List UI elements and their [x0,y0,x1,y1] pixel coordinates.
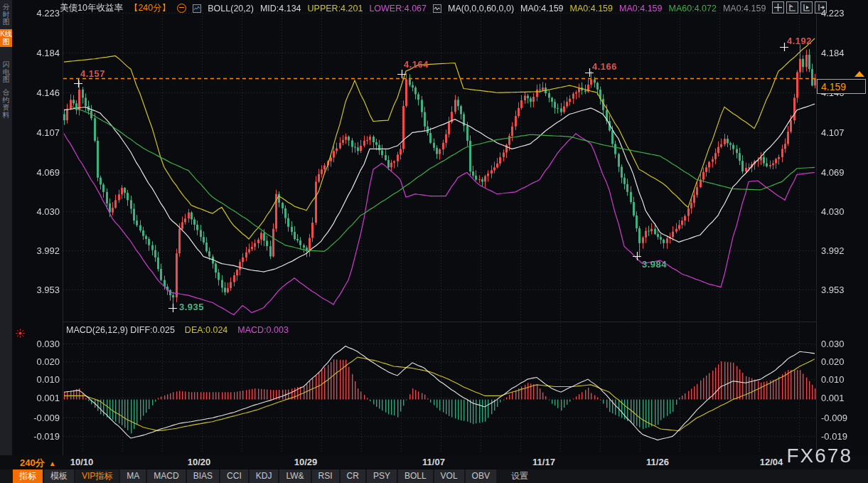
sidebar: 分时图K线图闪电图合约资料 [0,0,12,455]
period-label: 【240分】 [129,2,171,14]
price-extreme-label: 3.984 [642,259,667,270]
boll-indicator-icon[interactable] [193,4,201,13]
main-axis-right-label: 4.030 [821,206,845,217]
macd-dea-value: DEA:0.024 [185,325,227,335]
boll-name: BOLL(20,2) [208,4,254,14]
macd-axis-left-label: 0.030 [30,339,60,349]
toolbar-item-OBV[interactable]: OBV [466,469,496,483]
macd-axis-right-label: 0.010 [821,374,845,385]
sidebar-tab-3[interactable]: 闪电图 [0,60,12,85]
macd-macd-value: MACD:0.003 [237,325,289,335]
indicator-toolbar: 指标模板VIP指标MAMACDBIASCCIKDJLW&RSICRPSYBOLL… [0,469,868,483]
current-price-tag: 4.159 [817,79,866,94]
price-extreme-label: 4.166 [592,61,617,72]
price-extreme-label: 4.157 [80,68,105,79]
main-axis-left-label: 4.223 [30,8,60,18]
sidebar-tab-4[interactable]: 合约资料 [0,87,12,120]
ma-value-4: MA60:4.072 [669,4,717,14]
timeframe-label[interactable]: 240分▲ [20,457,56,469]
watermark-logo: FX678 [787,445,853,467]
macd-axis-left-label: 0.020 [30,356,60,367]
date-label: 10/29 [294,457,318,467]
date-label: 11/26 [646,457,669,467]
price-extreme-label: 4.192 [787,36,812,46]
play-scale-icon[interactable] [800,1,813,14]
macd-axis-right-label: -0.019 [821,431,847,442]
ma-values: MA0:4.159MA0:4.159MA0:4.159MA60:4.072MA0… [520,4,766,14]
toolbar-item-VOL[interactable]: VOL [434,469,464,483]
main-axis-left-label: 4.030 [30,206,60,217]
boll-lower-value: LOWER:4.067 [369,4,427,14]
main-axis-left-label: 4.184 [30,48,60,58]
main-axis-left-label: 3.953 [30,285,60,295]
ma-value-5: MA0:4.159 [723,4,766,14]
date-axis: 240分▲ 10/1010/2010/2911/0711/1711/2612/0… [0,455,868,469]
instrument-title: 美债10年收益率 [60,2,123,14]
macd-axis-right-label: 0.030 [821,339,845,349]
macd-axis-left-label: -0.019 [30,431,60,442]
main-axis-right-label: 4.223 [821,8,845,18]
ma-indicator-icon[interactable] [433,4,441,13]
macd-axis-left-label: 0.001 [30,393,60,403]
macd-axis-right-label: -0.009 [821,413,847,423]
macd-name-diff: MACD(26,12,9) DIFF:0.025 [66,325,175,335]
current-price-value: 4.159 [821,81,846,92]
date-label: 11/17 [532,457,555,467]
toolbar-item-PSY[interactable]: PSY [367,469,397,483]
ma-value-3: MA0:4.159 [619,4,662,14]
date-label: 10/20 [188,457,211,467]
toolbar-item-模板[interactable]: 模板 [44,469,74,483]
main-axis-left-label: 4.069 [30,167,60,178]
date-label: 10/10 [70,457,94,467]
main-axis-left-label: 4.146 [30,87,60,98]
main-axis-right-label: 4.069 [821,167,845,178]
boll-upper-value: UPPER:4.201 [308,4,363,14]
main-axis-right-label: 3.953 [821,285,845,295]
toolbar-item-MACD[interactable]: MACD [147,469,185,483]
toolbar-item-设置[interactable]: 设置 [505,469,535,483]
macd-axis-right-label: 0.020 [821,356,845,367]
toolbar-item-VIP指标[interactable]: VIP指标 [75,469,119,483]
ma-name: MA(0,0,0,60,0,0) [448,4,514,14]
sidebar-tab-1[interactable]: 分时图 [0,2,12,28]
alert-blink-icon[interactable] [16,328,25,341]
macd-axis-left-label: 0.010 [30,374,60,385]
macd-axis-right-label: 0.001 [821,393,845,403]
macd-axis-left-label: -0.009 [30,413,60,423]
ma-value-2: MA0:4.159 [570,4,613,14]
toolbar-item-RSI[interactable]: RSI [312,469,339,483]
price-up-arrow-icon [854,71,864,77]
boll-mid-value: MID:4.134 [260,4,301,14]
toolbar-item-BOLL[interactable]: BOLL [398,469,433,483]
toolbar-item-LW&[interactable]: LW& [279,469,310,483]
macd-header: MACD(26,12,9) DIFF:0.025 DEA:0.024 MACD:… [66,325,289,335]
toolbar-item-MA[interactable]: MA [120,469,146,483]
toolbar-item-KDJ[interactable]: KDJ [250,469,279,483]
main-axis-right-label: 4.184 [821,48,845,58]
toolbar-item-指标[interactable]: 指标 [13,469,43,483]
toolbar-item-CCI[interactable]: CCI [220,469,248,483]
window-tool-icons [772,1,827,14]
chart-header: 美债10年收益率 【240分】 BOLL(20,2) MID:4.134 UPP… [60,2,766,14]
toolbar-item-BIAS[interactable]: BIAS [187,469,219,483]
sidebar-tab-2[interactable]: K线图 [0,29,12,47]
ma-value-1: MA0:4.159 [520,4,563,14]
toolbar-item-CR[interactable]: CR [341,469,365,483]
main-axis-right-label: 3.992 [821,245,845,256]
main-axis-left-label: 3.992 [30,245,60,256]
left-scale-icon[interactable] [786,1,798,14]
chart-canvas[interactable] [0,0,868,469]
move-icon[interactable] [772,1,784,14]
date-label: 11/07 [422,457,445,467]
timeframe-up-arrow-icon: ▲ [49,460,56,467]
collapse-indicator-icon[interactable] [177,4,186,13]
main-axis-left-label: 4.107 [30,127,60,138]
price-extreme-label: 4.164 [404,59,429,70]
main-axis-right-label: 4.107 [821,127,845,138]
date-label: 12/04 [760,457,783,467]
price-extreme-label: 3.935 [179,302,204,312]
